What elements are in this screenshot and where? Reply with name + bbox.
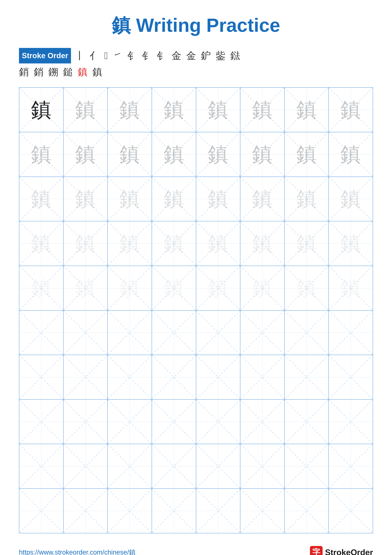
grid-cell[interactable]: [152, 311, 196, 355]
grid-cell[interactable]: 鎮: [285, 221, 329, 266]
svg-line-131: [64, 444, 107, 488]
grid-cell[interactable]: [240, 400, 285, 444]
grid-cell[interactable]: 鎮: [196, 177, 241, 221]
grid-cell[interactable]: [240, 355, 285, 399]
grid-cell[interactable]: 鎮: [64, 132, 108, 176]
svg-line-139: [240, 444, 284, 488]
grid-cell[interactable]: [329, 311, 373, 355]
grid-cell[interactable]: [64, 355, 108, 399]
grid-cell[interactable]: [108, 400, 152, 444]
grid-cell[interactable]: [108, 355, 152, 399]
grid-cell[interactable]: 鎮: [64, 88, 108, 132]
grid-cell[interactable]: [19, 400, 64, 444]
svg-line-130: [64, 444, 107, 488]
svg-line-100: [108, 355, 152, 399]
practice-char: 鎮: [341, 189, 361, 209]
svg-line-102: [152, 355, 196, 399]
svg-line-129: [19, 444, 63, 488]
grid-cell[interactable]: 鎮: [152, 88, 196, 132]
svg-line-136: [196, 444, 240, 488]
grid-cell[interactable]: [64, 444, 108, 488]
grid-cell[interactable]: 鎮: [329, 88, 373, 132]
svg-line-90: [240, 311, 284, 355]
grid-cell[interactable]: 鎮: [240, 177, 285, 221]
grid-cell[interactable]: 鎮: [152, 132, 196, 176]
grid-cell[interactable]: [64, 489, 108, 533]
grid-cell[interactable]: [19, 311, 64, 355]
grid-cell[interactable]: [152, 400, 196, 444]
grid-cell[interactable]: [19, 489, 64, 533]
grid-cell[interactable]: [196, 400, 241, 444]
grid-cell[interactable]: [108, 311, 152, 355]
grid-cell[interactable]: 鎮: [19, 177, 64, 221]
grid-cell[interactable]: [329, 444, 373, 488]
grid-cell[interactable]: 鎮: [152, 177, 196, 221]
grid-cell[interactable]: 鎮: [196, 132, 241, 176]
grid-cell[interactable]: [285, 444, 329, 488]
grid-cell[interactable]: 鎮: [64, 221, 108, 266]
grid-cell[interactable]: [329, 489, 373, 533]
grid-cell[interactable]: [240, 444, 285, 488]
practice-char: 鎮: [75, 233, 96, 254]
grid-cell[interactable]: 鎮: [240, 132, 285, 176]
grid-cell[interactable]: 鎮: [19, 266, 64, 310]
footer-url[interactable]: https://www.strokeorder.com/chinese/鎮: [19, 548, 136, 555]
grid-cell[interactable]: 鎮: [108, 266, 152, 310]
grid-cell[interactable]: [19, 444, 64, 488]
grid-cell[interactable]: 鎮: [152, 266, 196, 310]
grid-cell[interactable]: 鎮: [196, 221, 241, 266]
grid-cell[interactable]: [285, 311, 329, 355]
grid-cell[interactable]: 鎮: [285, 132, 329, 176]
practice-char: 鎮: [208, 233, 228, 254]
grid-cell[interactable]: [152, 444, 196, 488]
grid-cell[interactable]: [108, 489, 152, 533]
grid-cell[interactable]: 鎮: [19, 221, 64, 266]
grid-cell[interactable]: [196, 355, 241, 399]
grid-cell[interactable]: 鎮: [108, 177, 152, 221]
grid-cell[interactable]: [64, 400, 108, 444]
grid-cell[interactable]: 鎮: [19, 132, 64, 176]
grid-cell[interactable]: [108, 444, 152, 488]
svg-line-151: [152, 489, 196, 533]
grid-cell[interactable]: 鎮: [19, 88, 64, 132]
grid-cell[interactable]: [196, 311, 241, 355]
grid-cell[interactable]: [19, 355, 64, 399]
grid-cell[interactable]: 鎮: [240, 88, 285, 132]
stroke-order-section: Stroke Order 丨 亻 𠂆 ㇀ 钅 钅 钅 金 金 鈩 鈭 鍅 銷 銷…: [19, 48, 373, 80]
grid-cell[interactable]: [240, 489, 285, 533]
grid-cell[interactable]: [285, 489, 329, 533]
grid-cell[interactable]: 鎮: [196, 266, 241, 310]
grid-cell[interactable]: 鎮: [329, 132, 373, 176]
practice-char: 鎮: [208, 189, 228, 209]
grid-cell[interactable]: 鎮: [285, 88, 329, 132]
grid-cell[interactable]: [285, 355, 329, 399]
grid-cell[interactable]: 鎮: [329, 221, 373, 266]
grid-cell[interactable]: 鎮: [240, 221, 285, 266]
svg-line-120: [196, 400, 240, 444]
grid-cell[interactable]: [329, 400, 373, 444]
grid-cell[interactable]: 鎮: [108, 88, 152, 132]
grid-cell[interactable]: [152, 355, 196, 399]
grid-cell[interactable]: 鎮: [196, 88, 241, 132]
grid-cell[interactable]: 鎮: [64, 266, 108, 310]
grid-cell[interactable]: 鎮: [329, 266, 373, 310]
grid-cell[interactable]: 鎮: [152, 221, 196, 266]
grid-cell[interactable]: 鎮: [108, 132, 152, 176]
grid-cell[interactable]: [285, 400, 329, 444]
grid-cell[interactable]: [240, 311, 285, 355]
grid-cell[interactable]: 鎮: [285, 266, 329, 310]
svg-line-135: [152, 444, 196, 488]
grid-cell[interactable]: 鎮: [329, 177, 373, 221]
grid-cell[interactable]: [152, 489, 196, 533]
grid-cell[interactable]: 鎮: [108, 221, 152, 266]
practice-char: 鎮: [341, 144, 361, 165]
title-chinese-char: 鎮: [112, 15, 131, 36]
grid-cell[interactable]: [64, 311, 108, 355]
grid-cell[interactable]: 鎮: [240, 266, 285, 310]
grid-cell[interactable]: 鎮: [64, 177, 108, 221]
grid-cell[interactable]: [329, 355, 373, 399]
grid-cell[interactable]: 鎮: [285, 177, 329, 221]
grid-cell[interactable]: [196, 489, 241, 533]
svg-line-99: [64, 355, 107, 399]
grid-cell[interactable]: [196, 444, 241, 488]
